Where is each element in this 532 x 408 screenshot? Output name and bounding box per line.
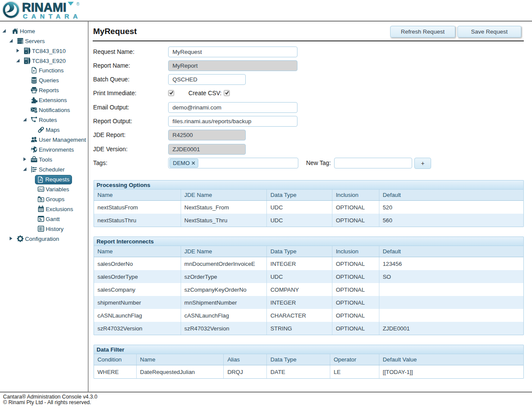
svg-text:(x): (x) — [39, 187, 43, 191]
